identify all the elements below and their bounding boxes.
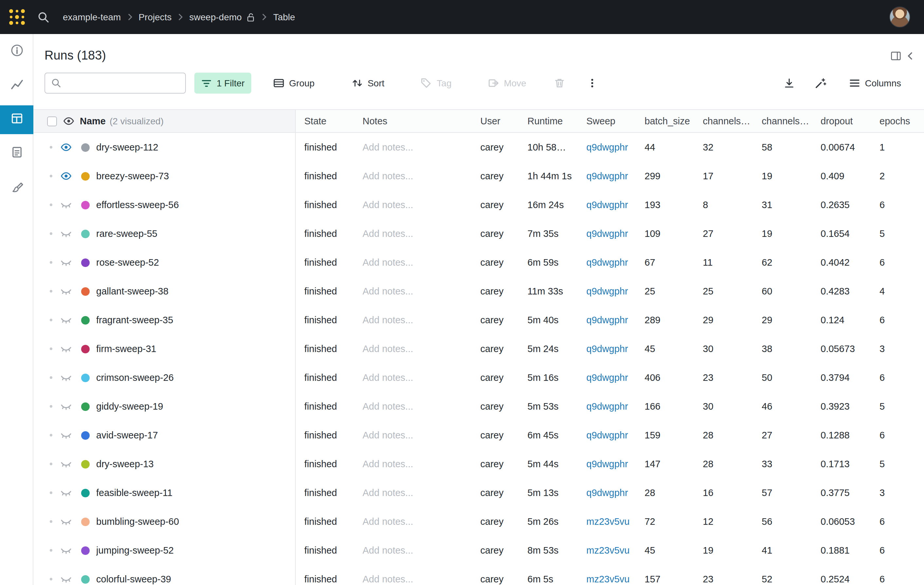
more-actions-button[interactable] xyxy=(582,73,602,93)
run-name-link[interactable]: breezy-sweep-73 xyxy=(96,171,169,181)
export-download-button[interactable] xyxy=(779,73,799,93)
toggle-visibility-button[interactable] xyxy=(60,343,72,355)
run-name-link[interactable]: fragrant-sweep-35 xyxy=(96,315,173,325)
run-name-link[interactable]: firm-sweep-31 xyxy=(96,344,157,354)
sweep-link[interactable]: q9dwgphr xyxy=(586,171,628,181)
toggle-visibility-button[interactable] xyxy=(60,285,72,297)
toggle-visibility-button[interactable] xyxy=(60,573,72,585)
notes-cell[interactable]: Add notes... xyxy=(354,363,472,392)
drag-handle-dot[interactable] xyxy=(50,520,52,523)
drag-handle-dot[interactable] xyxy=(50,204,52,206)
group-button[interactable]: Group xyxy=(266,73,321,94)
notes-cell[interactable]: Add notes... xyxy=(354,507,472,536)
toggle-visibility-button[interactable] xyxy=(60,487,72,499)
sweep-link[interactable]: q9dwgphr xyxy=(586,488,628,498)
notes-cell[interactable]: Add notes... xyxy=(354,219,472,248)
notes-placeholder[interactable]: Add notes... xyxy=(363,315,413,325)
drag-handle-dot[interactable] xyxy=(50,348,52,350)
sweep-link[interactable]: q9dwgphr xyxy=(586,286,628,297)
run-name-link[interactable]: avid-sweep-17 xyxy=(96,430,158,440)
toggle-visibility-button[interactable] xyxy=(60,400,72,412)
sidebar-item-table[interactable] xyxy=(0,105,33,134)
panel-layout-icon[interactable] xyxy=(891,51,901,61)
run-name-link[interactable]: bumbling-sweep-60 xyxy=(96,516,179,527)
sweep-link[interactable]: mz23v5vu xyxy=(586,574,630,584)
visibility-header-eye-icon[interactable] xyxy=(63,115,74,127)
notes-column-header[interactable]: Notes xyxy=(354,110,472,132)
run-name-link[interactable]: effortless-sweep-56 xyxy=(96,199,179,210)
drag-handle-dot[interactable] xyxy=(50,463,52,465)
notes-cell[interactable]: Add notes... xyxy=(354,450,472,478)
notes-placeholder[interactable]: Add notes... xyxy=(363,545,413,555)
notes-cell[interactable]: Add notes... xyxy=(354,536,472,565)
notes-cell[interactable]: Add notes... xyxy=(354,335,472,363)
sweep-link[interactable]: q9dwgphr xyxy=(586,459,628,469)
notes-placeholder[interactable]: Add notes... xyxy=(363,344,413,354)
sweep-link[interactable]: q9dwgphr xyxy=(586,430,628,440)
toggle-visibility-button[interactable] xyxy=(60,141,72,153)
drag-handle-dot[interactable] xyxy=(50,290,52,292)
run-name-link[interactable]: crimson-sweep-26 xyxy=(96,372,174,383)
batch-size-column-header[interactable]: batch_size xyxy=(636,110,694,132)
sweep-link[interactable]: q9dwgphr xyxy=(586,142,628,152)
notes-cell[interactable]: Add notes... xyxy=(354,306,472,335)
sweep-link[interactable]: mz23v5vu xyxy=(586,545,630,555)
wandb-logo[interactable] xyxy=(7,7,27,27)
notes-placeholder[interactable]: Add notes... xyxy=(363,257,413,268)
tag-button[interactable]: Tag xyxy=(414,73,458,94)
breadcrumb-page[interactable]: Table xyxy=(273,12,295,22)
run-name-link[interactable]: jumping-sweep-52 xyxy=(96,545,174,555)
magic-wand-button[interactable] xyxy=(811,73,830,93)
select-all-checkbox[interactable] xyxy=(47,116,57,126)
sweep-link[interactable]: q9dwgphr xyxy=(586,228,628,239)
notes-cell[interactable]: Add notes... xyxy=(354,161,472,190)
sweep-link[interactable]: q9dwgphr xyxy=(586,315,628,325)
toggle-visibility-button[interactable] xyxy=(60,199,72,211)
run-name-link[interactable]: feasible-sweep-11 xyxy=(96,488,172,498)
filter-button[interactable]: 1 Filter xyxy=(194,73,251,94)
run-name-link[interactable]: colorful-sweep-39 xyxy=(96,574,171,584)
dropout-column-header[interactable]: dropout xyxy=(812,110,871,132)
drag-handle-dot[interactable] xyxy=(50,549,52,552)
notes-placeholder[interactable]: Add notes... xyxy=(363,401,413,412)
notes-cell[interactable]: Add notes... xyxy=(354,277,472,306)
toggle-visibility-button[interactable] xyxy=(60,257,72,268)
sidebar-item-sweeps[interactable] xyxy=(0,174,33,203)
channels-2-column-header[interactable]: channels… xyxy=(753,110,812,132)
notes-placeholder[interactable]: Add notes... xyxy=(363,372,413,383)
toggle-visibility-button[interactable] xyxy=(60,429,72,441)
toggle-visibility-button[interactable] xyxy=(60,458,72,470)
columns-button[interactable]: Columns xyxy=(842,73,908,94)
drag-handle-dot[interactable] xyxy=(50,175,52,177)
notes-cell[interactable]: Add notes... xyxy=(354,478,472,507)
sweep-link[interactable]: q9dwgphr xyxy=(586,257,628,268)
notes-cell[interactable]: Add notes... xyxy=(354,248,472,277)
move-button[interactable]: Move xyxy=(481,73,533,94)
notes-placeholder[interactable]: Add notes... xyxy=(363,199,413,210)
sidebar-item-charts[interactable] xyxy=(0,71,33,100)
collapse-chevron-icon[interactable] xyxy=(907,51,913,60)
runtime-column-header[interactable]: Runtime xyxy=(519,110,578,132)
toggle-visibility-button[interactable] xyxy=(60,516,72,527)
toggle-visibility-button[interactable] xyxy=(60,314,72,326)
delete-button[interactable] xyxy=(550,73,569,93)
notes-placeholder[interactable]: Add notes... xyxy=(363,171,413,181)
user-column-header[interactable]: User xyxy=(472,110,519,132)
navbar-search-icon[interactable] xyxy=(37,11,50,23)
notes-cell[interactable]: Add notes... xyxy=(354,392,472,421)
drag-handle-dot[interactable] xyxy=(50,232,52,235)
drag-handle-dot[interactable] xyxy=(50,146,52,148)
drag-handle-dot[interactable] xyxy=(50,578,52,580)
toggle-visibility-button[interactable] xyxy=(60,544,72,556)
run-name-link[interactable]: gallant-sweep-38 xyxy=(96,286,168,297)
sweep-link[interactable]: q9dwgphr xyxy=(586,372,628,383)
notes-placeholder[interactable]: Add notes... xyxy=(363,430,413,440)
drag-handle-dot[interactable] xyxy=(50,491,52,494)
runs-search-box[interactable] xyxy=(45,73,186,94)
notes-placeholder[interactable]: Add notes... xyxy=(363,286,413,297)
sweep-link[interactable]: q9dwgphr xyxy=(586,199,628,210)
drag-handle-dot[interactable] xyxy=(50,434,52,437)
sweep-link[interactable]: q9dwgphr xyxy=(586,344,628,354)
toggle-visibility-button[interactable] xyxy=(60,372,72,384)
sidebar-item-reports[interactable] xyxy=(0,139,33,168)
